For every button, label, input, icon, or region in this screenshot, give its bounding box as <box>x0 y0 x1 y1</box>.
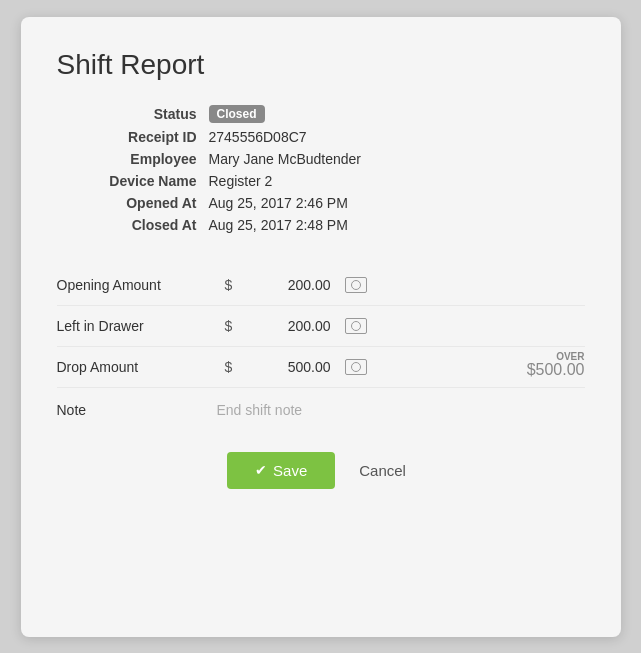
modal-title: Shift Report <box>57 49 585 81</box>
save-button-label: Save <box>273 462 307 479</box>
note-row: Note <box>57 388 585 432</box>
left-in-drawer-value: 200.00 <box>241 318 331 334</box>
opened-at-row: Opened At Aug 25, 2017 2:46 PM <box>57 195 585 211</box>
employee-label: Employee <box>57 151 197 167</box>
status-row: Status Closed <box>57 105 585 123</box>
drop-amount-icon[interactable] <box>345 359 367 375</box>
closed-at-row: Closed At Aug 25, 2017 2:48 PM <box>57 217 585 233</box>
note-label: Note <box>57 402 217 418</box>
opening-amount-label: Opening Amount <box>57 277 217 293</box>
drop-amount-row: Drop Amount $ 500.00 OVER $500.00 <box>57 347 585 388</box>
left-in-drawer-row: Left in Drawer $ 200.00 <box>57 306 585 347</box>
info-section: Status Closed Receipt ID 2745556D08C7 Em… <box>57 105 585 233</box>
device-name-value: Register 2 <box>209 173 273 189</box>
drop-amount-value: 500.00 <box>241 359 331 375</box>
status-label: Status <box>57 106 197 122</box>
receipt-id-value: 2745556D08C7 <box>209 129 307 145</box>
opened-at-label: Opened At <box>57 195 197 211</box>
drop-amount-currency: $ <box>217 359 241 375</box>
device-name-row: Device Name Register 2 <box>57 173 585 189</box>
receipt-id-row: Receipt ID 2745556D08C7 <box>57 129 585 145</box>
check-icon: ✔ <box>255 462 267 478</box>
opening-amount-row: Opening Amount $ 200.00 <box>57 265 585 306</box>
closed-at-label: Closed At <box>57 217 197 233</box>
closed-at-value: Aug 25, 2017 2:48 PM <box>209 217 348 233</box>
opening-amount-value: 200.00 <box>241 277 331 293</box>
left-in-drawer-label: Left in Drawer <box>57 318 217 334</box>
actions: ✔ Save Cancel <box>57 452 585 489</box>
cancel-button[interactable]: Cancel <box>351 452 414 489</box>
left-in-drawer-icon[interactable] <box>345 318 367 334</box>
employee-row: Employee Mary Jane McBudtender <box>57 151 585 167</box>
opening-amount-icon[interactable] <box>345 277 367 293</box>
opened-at-value: Aug 25, 2017 2:46 PM <box>209 195 348 211</box>
left-in-drawer-currency: $ <box>217 318 241 334</box>
receipt-id-label: Receipt ID <box>57 129 197 145</box>
save-button[interactable]: ✔ Save <box>227 452 335 489</box>
over-value: $500.00 <box>527 361 585 379</box>
opening-amount-currency: $ <box>217 277 241 293</box>
status-badge: Closed <box>209 105 265 123</box>
note-input[interactable] <box>217 402 585 418</box>
drop-amount-label: Drop Amount <box>57 359 217 375</box>
employee-value: Mary Jane McBudtender <box>209 151 362 167</box>
amount-section: Opening Amount $ 200.00 Left in Drawer $… <box>57 265 585 432</box>
shift-report-modal: Shift Report Status Closed Receipt ID 27… <box>21 17 621 637</box>
device-name-label: Device Name <box>57 173 197 189</box>
